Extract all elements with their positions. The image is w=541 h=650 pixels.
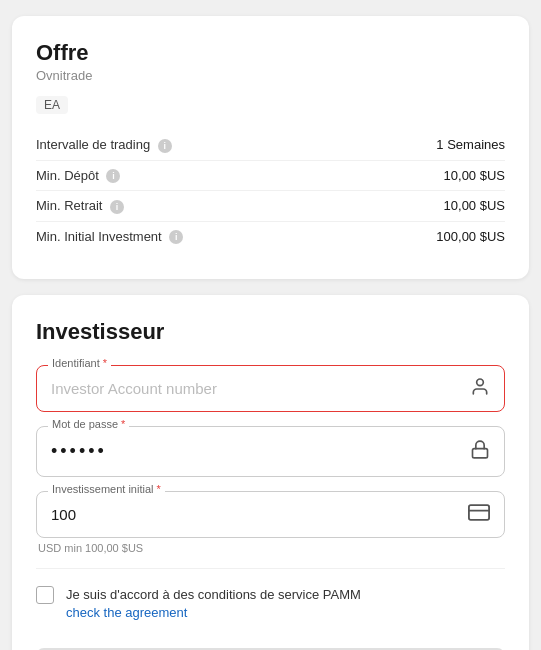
offer-row-label: Intervalle de trading i: [36, 130, 356, 160]
lock-icon: [470, 439, 490, 464]
password-label: Mot de passe: [48, 418, 129, 430]
offer-title: Offre: [36, 40, 505, 66]
agreement-text-wrapper: Je suis d'accord à des conditions de ser…: [66, 585, 361, 620]
offer-tag: EA: [36, 96, 68, 114]
offer-row-label: Min. Dépôt i: [36, 160, 356, 191]
agreement-checkbox[interactable]: [36, 586, 54, 604]
info-icon[interactable]: i: [169, 230, 183, 244]
offer-table-row: Min. Retrait i 10,00 $US: [36, 191, 505, 222]
offer-table-row: Min. Dépôt i 10,00 $US: [36, 160, 505, 191]
identifiant-field: Identifiant Investor Account number: [36, 365, 505, 412]
agreement-label: Je suis d'accord à des conditions de ser…: [66, 587, 361, 602]
info-icon[interactable]: i: [106, 169, 120, 183]
info-icon[interactable]: i: [110, 200, 124, 214]
identifiant-placeholder: Investor Account number: [51, 380, 460, 397]
svg-point-0: [477, 379, 484, 386]
offer-row-value: 10,00 $US: [356, 191, 505, 222]
money-icon: [468, 501, 490, 528]
info-icon[interactable]: i: [158, 139, 172, 153]
agreement-link[interactable]: check the agreement: [66, 605, 361, 620]
person-icon: [470, 376, 490, 401]
offer-row-value: 10,00 $US: [356, 160, 505, 191]
investment-input-wrapper[interactable]: 100: [36, 491, 505, 538]
investment-field: Investissement initial 100 USD min 100,0…: [36, 491, 505, 554]
svg-rect-1: [473, 448, 488, 457]
password-field: Mot de passe ••••••: [36, 426, 505, 477]
offer-row-value: 1 Semaines: [356, 130, 505, 160]
investment-hint: USD min 100,00 $US: [36, 542, 505, 554]
investor-card: Investisseur Identifiant Investor Accoun…: [12, 295, 529, 650]
agreement-area: Je suis d'accord à des conditions de ser…: [36, 568, 505, 628]
offer-row-label: Min. Initial Investment i: [36, 221, 356, 251]
password-value: ••••••: [51, 441, 460, 462]
identifiant-label: Identifiant: [48, 357, 111, 369]
offer-card: Offre Ovnitrade EA Intervalle de trading…: [12, 16, 529, 279]
offer-table-row: Min. Initial Investment i 100,00 $US: [36, 221, 505, 251]
investment-label: Investissement initial: [48, 483, 165, 495]
offer-row-label: Min. Retrait i: [36, 191, 356, 222]
offer-subtitle: Ovnitrade: [36, 68, 505, 83]
investor-title: Investisseur: [36, 319, 505, 345]
investment-value: 100: [51, 506, 460, 523]
password-input-wrapper[interactable]: ••••••: [36, 426, 505, 477]
offer-row-value: 100,00 $US: [356, 221, 505, 251]
svg-rect-2: [469, 505, 489, 520]
page: Offre Ovnitrade EA Intervalle de trading…: [0, 0, 541, 650]
offer-table-row: Intervalle de trading i 1 Semaines: [36, 130, 505, 160]
identifiant-input-wrapper[interactable]: Investor Account number: [36, 365, 505, 412]
offer-table: Intervalle de trading i 1 Semaines Min. …: [36, 130, 505, 251]
